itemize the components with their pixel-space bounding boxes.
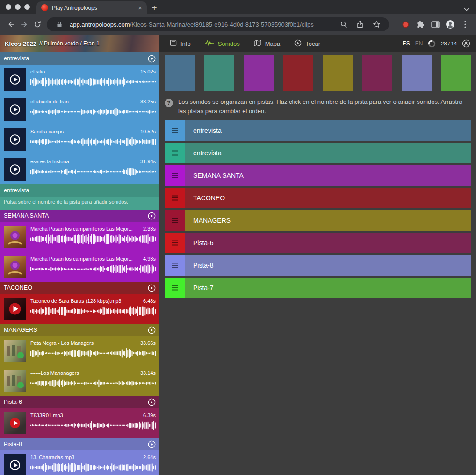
audio-clip[interactable]: ------Los Mananagers 33.14s [0, 366, 159, 396]
track-play-button[interactable] [148, 284, 156, 292]
audio-clip[interactable]: el abuelo de fran 38.25s [0, 95, 159, 124]
browser-tab[interactable]: Play Antropoloops × [36, 1, 147, 14]
breadcrumb[interactable]: Kleos 2022 // Pulmón verde / Fran 1 [0, 35, 159, 52]
track-header[interactable]: MANAGERS [0, 324, 159, 336]
breadcrumb-project: Kleos 2022 [5, 40, 36, 47]
bookmark-star-icon[interactable] [370, 18, 382, 30]
drag-handle[interactable] [165, 120, 185, 141]
track-row[interactable]: Pista-6 [165, 233, 471, 253]
account-icon[interactable] [462, 39, 470, 48]
track-row-label[interactable]: SEMANA SANTA [185, 165, 471, 186]
nav-item-tocar[interactable]: Tocar [294, 39, 320, 48]
url-field[interactable]: app.antropoloops.com/Kleos-Santa-Marina/… [47, 17, 389, 31]
lang-toggle-en[interactable]: EN [415, 40, 423, 47]
zoom-icon[interactable] [338, 18, 350, 30]
clip-thumbnail [4, 340, 26, 362]
window-zoom-button[interactable] [24, 4, 30, 10]
drag-handle[interactable] [165, 143, 185, 163]
track-color-swatch[interactable] [204, 55, 235, 91]
clip-thumbnail [4, 412, 26, 434]
clip-meta: T633R01.mp3 6.39s [30, 412, 156, 434]
nav-item-info[interactable]: Info [170, 39, 191, 48]
track-play-button[interactable] [148, 55, 156, 63]
drag-handle[interactable] [165, 210, 185, 231]
new-tab-button[interactable]: + [147, 1, 162, 14]
track-color-swatch[interactable] [323, 55, 353, 91]
clip-name: Pata Negra - Los Managers [30, 340, 94, 346]
track-color-swatch[interactable] [244, 55, 274, 91]
clip-waveform [30, 264, 156, 274]
share-icon[interactable] [354, 18, 366, 30]
track-header[interactable]: entrevista [0, 184, 159, 197]
clip-waveform [30, 462, 156, 473]
window-minimize-button[interactable] [15, 4, 21, 10]
track-row[interactable]: Pista-8 [165, 255, 471, 276]
track-play-button[interactable] [148, 326, 156, 334]
audio-clip[interactable]: Marcha Pasan los campanilleros Las Mejor… [0, 222, 159, 252]
drag-handle[interactable] [165, 233, 185, 253]
extensions-puzzle-icon[interactable] [414, 18, 426, 30]
audio-clip[interactable]: Taconeo de Sara Baras (128 kbps).mp3 6.4… [0, 294, 159, 324]
address-bar: app.antropoloops.com/Kleos-Santa-Marina/… [0, 14, 476, 35]
track-play-button[interactable] [148, 440, 156, 448]
clip-duration: 6.48s [143, 298, 156, 304]
audio-clip[interactable]: T633R01.mp3 6.39s [0, 408, 159, 438]
forward-button[interactable] [18, 18, 31, 31]
extension-record-icon[interactable] [399, 18, 411, 30]
profile-avatar[interactable] [444, 18, 456, 30]
back-button[interactable] [5, 18, 18, 31]
nav-item-mapa[interactable]: Mapa [254, 40, 281, 48]
audio-clip[interactable]: esa es la historia 31.94s [0, 154, 159, 184]
track-row[interactable]: TACONEO [165, 188, 471, 208]
reload-button[interactable] [31, 18, 44, 31]
drag-handle[interactable] [165, 188, 185, 208]
tab-close-icon[interactable]: × [138, 4, 142, 11]
audio-clip[interactable]: el sitio 15.02s [0, 65, 159, 95]
browser-menu-icon[interactable] [459, 18, 471, 30]
track-color-swatch[interactable] [283, 55, 314, 91]
track-header[interactable]: SEMANA SANTA [0, 210, 159, 222]
nav-item-sonidos[interactable]: Sonidos [205, 40, 240, 48]
track-row[interactable]: entrevista [165, 120, 471, 141]
sidebar-track: Pista-8 13. Charradas.mp3 2.64s [0, 438, 159, 475]
track-row-label[interactable]: entrevista [185, 120, 471, 141]
audio-clip[interactable]: Sandra camps 10.52s [0, 124, 159, 154]
track-header[interactable]: entrevista [0, 52, 159, 65]
track-row-label[interactable]: entrevista [185, 143, 471, 163]
clip-name: el abuelo de fran [30, 99, 69, 104]
track-row[interactable]: Pista-7 [165, 278, 471, 298]
clip-meta: el abuelo de fran 38.25s [30, 98, 156, 121]
clip-meta: Taconeo de Sara Baras (128 kbps).mp3 6.4… [30, 298, 156, 320]
track-color-swatch[interactable] [165, 55, 195, 91]
url-text: app.antropoloops.com/Kleos-Santa-Marina/… [70, 21, 333, 28]
track-row[interactable]: entrevista [165, 143, 471, 163]
clip-thumbnail [4, 68, 26, 91]
tab-search-chevron-icon[interactable] [464, 5, 469, 13]
audio-clip[interactable]: Marcha Pasan los campanilleros Las Mejor… [0, 252, 159, 282]
track-header[interactable]: TACONEO [0, 282, 159, 294]
clip-name: 13. Charradas.mp3 [30, 454, 74, 460]
track-row-label[interactable]: Pista-7 [185, 278, 471, 298]
track-header[interactable]: Pista-6 [0, 396, 159, 408]
drag-handle[interactable] [165, 278, 185, 298]
track-color-swatch[interactable] [441, 55, 472, 91]
track-row-label[interactable]: TACONEO [185, 188, 471, 208]
window-close-button[interactable] [6, 4, 11, 10]
track-row-label[interactable]: MANAGERS [185, 210, 471, 231]
side-panel-icon[interactable] [429, 18, 441, 30]
lang-toggle-es[interactable]: ES [403, 40, 410, 47]
track-row[interactable]: SEMANA SANTA [165, 165, 471, 186]
drag-handle[interactable] [165, 165, 185, 186]
track-row[interactable]: MANAGERS [165, 210, 471, 231]
audio-clip[interactable]: Pata Negra - Los Managers 33.66s [0, 336, 159, 366]
track-header[interactable]: Pista-8 [0, 438, 159, 450]
track-color-swatch[interactable] [362, 55, 393, 91]
drag-handle[interactable] [165, 255, 185, 276]
track-color-swatch[interactable] [402, 55, 432, 91]
track-row-label[interactable]: Pista-6 [185, 233, 471, 253]
track-play-button[interactable] [148, 212, 156, 220]
track-row-label[interactable]: Pista-8 [185, 255, 471, 276]
audio-clip[interactable]: 13. Charradas.mp3 2.64s [0, 450, 159, 475]
url-domain: app.antropoloops.com [70, 21, 130, 28]
track-play-button[interactable] [148, 398, 156, 406]
